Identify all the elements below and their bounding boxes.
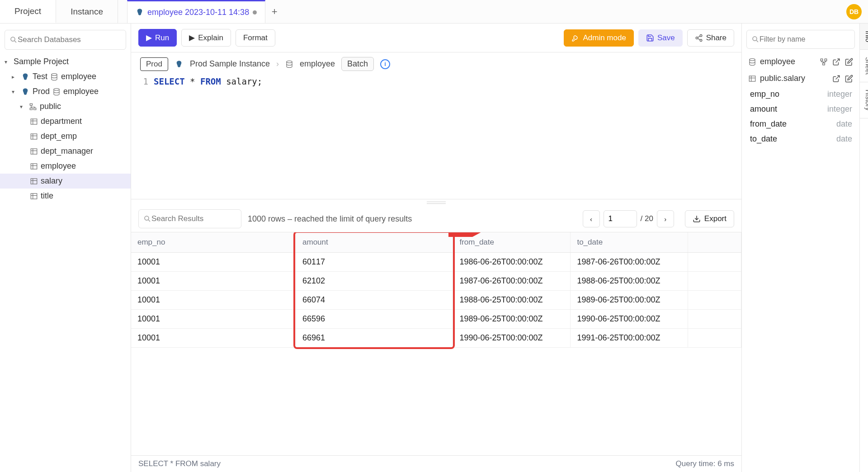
code-line[interactable]: SELECT * FROM salary;	[154, 76, 741, 195]
col-name: to_date	[750, 134, 777, 144]
tree-table-department[interactable]: department	[0, 114, 131, 129]
format-button[interactable]: Format	[236, 29, 275, 47]
crumb-instance[interactable]: Prod Sample Instance	[190, 59, 270, 69]
explain-button[interactable]: ▶ Explain	[181, 29, 231, 47]
schema-filter[interactable]	[746, 30, 855, 49]
add-tab-button[interactable]: +	[265, 6, 283, 18]
svg-line-1	[14, 41, 16, 42]
schema-table-row[interactable]: public.salary	[742, 70, 859, 87]
edit-icon[interactable]	[845, 58, 853, 66]
cell-to_date: 1987-06-26T00:00:00Z	[571, 253, 688, 272]
svg-point-30	[287, 61, 292, 63]
svg-point-3	[54, 88, 59, 90]
sidebar-search-input[interactable]	[18, 35, 121, 44]
save-label: Save	[657, 33, 675, 42]
table-row[interactable]: 10001621021987-06-26T00:00:00Z1988-06-25…	[131, 272, 741, 291]
cell-amount: 60117	[296, 253, 453, 272]
table-icon	[748, 75, 756, 83]
diagram-icon[interactable]	[820, 58, 828, 66]
col-amount[interactable]: amount	[296, 232, 453, 253]
tab-info[interactable]: Info	[860, 24, 868, 50]
tree-env-test[interactable]: ▸ Test employee	[0, 69, 131, 84]
tab-project[interactable]: Project	[0, 0, 56, 23]
env-tag[interactable]: Prod	[140, 57, 168, 71]
caret-right-icon: ▸	[12, 74, 18, 80]
results-search-input[interactable]	[151, 214, 247, 223]
postgres-icon	[175, 60, 184, 69]
info-icon[interactable]: i	[380, 59, 390, 69]
schema-filter-input[interactable]	[760, 35, 850, 43]
export-button[interactable]: Export	[685, 210, 734, 227]
share-button[interactable]: Share	[687, 29, 734, 47]
table-icon	[30, 192, 38, 200]
schema-col-amount[interactable]: amountinteger	[742, 102, 859, 117]
run-button[interactable]: ▶ Run	[138, 29, 177, 47]
table-row[interactable]: 10001601171986-06-26T00:00:00Z1987-06-26…	[131, 253, 741, 272]
chevron-right-icon: ›	[276, 59, 279, 69]
col-to_date[interactable]: to_date	[571, 232, 688, 253]
external-link-icon[interactable]	[832, 75, 840, 83]
database-icon	[50, 73, 58, 81]
admin-label: Admin mode	[583, 33, 626, 42]
tree-table-employee[interactable]: employee	[0, 159, 131, 174]
schema-col-from_date[interactable]: from_datedate	[742, 117, 859, 132]
splitter[interactable]	[131, 199, 741, 206]
file-tab-label: employee 2023-10-11 14:38	[147, 8, 249, 17]
tree-table-salary[interactable]: salary	[0, 174, 131, 189]
save-button[interactable]: Save	[638, 29, 683, 47]
cell-emp_no: 10001	[131, 272, 296, 291]
tab-instance[interactable]: Instance	[56, 0, 118, 23]
table-row[interactable]: 10001660741988-06-25T00:00:00Z1989-06-25…	[131, 291, 741, 310]
admin-mode-button[interactable]: Admin mode	[564, 29, 633, 47]
tree-table-title[interactable]: title	[0, 189, 131, 203]
tree-table-label: title	[41, 191, 53, 201]
schema-col-to_date[interactable]: to_datedate	[742, 132, 859, 146]
col-name: amount	[750, 104, 777, 114]
edit-icon[interactable]	[845, 75, 853, 83]
svg-point-2	[52, 73, 57, 76]
avatar[interactable]: DB	[846, 4, 862, 19]
col-from_date[interactable]: from_date	[453, 232, 571, 253]
svg-rect-39	[825, 59, 827, 61]
file-tab[interactable]: employee 2023-10-11 14:38	[127, 0, 265, 23]
tree-table-label: employee	[41, 161, 76, 171]
keyword: FROM	[200, 76, 221, 86]
svg-rect-42	[749, 76, 755, 81]
tree-schema-public[interactable]: ▾ public	[0, 99, 131, 114]
status-bar: SELECT * FROM salary Query time: 6 ms	[131, 455, 741, 472]
crumb-db[interactable]: employee	[300, 59, 335, 69]
page-total: / 20	[641, 214, 653, 223]
tree-table-dept_emp[interactable]: dept_emp	[0, 129, 131, 144]
results-search[interactable]	[138, 209, 241, 228]
svg-rect-22	[31, 194, 37, 199]
col-emp_no[interactable]: emp_no	[131, 232, 296, 253]
database-tree: ▾ Sample Project ▸ Test employee ▾ Prod …	[0, 54, 131, 203]
page-input[interactable]	[604, 210, 637, 227]
search-icon	[751, 35, 760, 43]
explain-label: Explain	[198, 33, 223, 42]
cell-to_date: 1989-06-25T00:00:00Z	[571, 291, 688, 310]
sidebar-search[interactable]	[5, 30, 126, 50]
page-prev-button[interactable]: ‹	[583, 210, 600, 227]
external-link-icon[interactable]	[832, 58, 840, 66]
tree-table-dept_manager[interactable]: dept_manager	[0, 144, 131, 159]
tree-project[interactable]: ▾ Sample Project	[0, 54, 131, 69]
schema-db-row[interactable]: employee	[742, 53, 859, 70]
tree-env-test-label: Test	[33, 72, 47, 81]
svg-rect-7	[31, 119, 37, 124]
cell-from_date: 1989-06-25T00:00:00Z	[453, 310, 571, 329]
table-row[interactable]: 10001669611990-06-25T00:00:00Z1991-06-25…	[131, 329, 741, 348]
tree-env-prod[interactable]: ▾ Prod employee	[0, 84, 131, 99]
table-row[interactable]: 10001665961989-06-25T00:00:00Z1990-06-25…	[131, 310, 741, 329]
share-label: Share	[706, 33, 726, 42]
cell-to_date: 1988-06-25T00:00:00Z	[571, 272, 688, 291]
svg-point-25	[700, 34, 702, 37]
sql-editor[interactable]: 1 SELECT * FROM salary;	[131, 73, 741, 199]
batch-tag[interactable]: Batch	[341, 57, 374, 71]
cell-amount: 62102	[296, 272, 453, 291]
page-next-button[interactable]: ›	[657, 210, 674, 227]
tab-history[interactable]: History	[860, 82, 868, 118]
schema-col-emp_no[interactable]: emp_nointeger	[742, 87, 859, 102]
tab-sheet[interactable]: Sheet	[860, 50, 868, 82]
svg-rect-19	[31, 179, 37, 184]
